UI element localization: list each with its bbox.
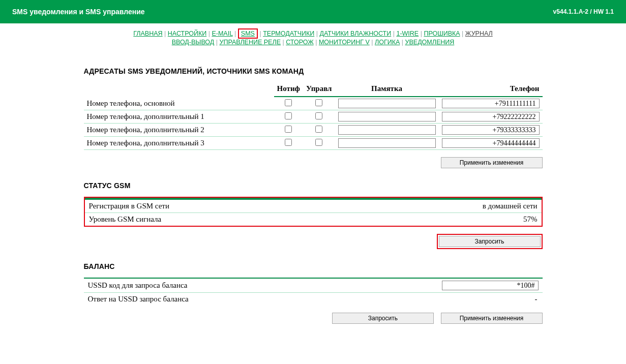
row2-manage-checkbox[interactable]: [315, 126, 322, 133]
row0-notif-checkbox[interactable]: [285, 99, 292, 106]
header-bar: SMS уведомления и SMS управление v544.1.…: [0, 0, 626, 23]
table-row: Номер телефона, дополнительный 1: [84, 110, 543, 124]
nav-1wire[interactable]: 1-WIRE: [396, 30, 419, 37]
row0-label: Номер телефона, основной: [84, 97, 274, 110]
balance-row-answer: Ответ на USSD запрос баланса -: [84, 293, 543, 306]
ussd-label: USSD код для запроса баланса: [84, 278, 438, 293]
gsm-request-button[interactable]: Запросить: [439, 236, 541, 247]
col-manage: Управл: [303, 82, 335, 97]
gsm-status-box: Регистрация в GSM сети в домашней сети У…: [84, 197, 543, 227]
row0-phone-input[interactable]: [442, 99, 540, 108]
apply-changes-button[interactable]: Применить изменения: [441, 157, 543, 168]
row1-note-input[interactable]: [338, 112, 436, 122]
balance-table: USSD код для запроса баланса Ответ на US…: [84, 278, 543, 306]
row1-notif-checkbox[interactable]: [285, 112, 292, 119]
row2-phone-input[interactable]: [442, 125, 540, 135]
row1-label: Номер телефона, дополнительный 1: [84, 110, 274, 124]
balance-heading: БАЛАНС: [84, 262, 543, 270]
table-row: Номер телефона, основной: [84, 97, 543, 110]
col-phone: Телефон: [439, 82, 543, 97]
recipients-table: Нотиф Управл Памятка Телефон Номер телеф…: [84, 82, 543, 150]
nav-watchdog[interactable]: СТОРОЖ: [286, 39, 313, 46]
balance-request-button[interactable]: Запросить: [332, 313, 434, 324]
row2-notif-checkbox[interactable]: [285, 126, 292, 133]
recipients-heading: АДРЕСАТЫ SMS УВЕДОМЛЕНИЙ, ИСТОЧНИКИ SMS …: [84, 67, 543, 75]
table-row: Номер телефона, дополнительный 2: [84, 124, 543, 137]
row3-phone-input[interactable]: [442, 138, 540, 148]
nav-relay[interactable]: УПРАВЛЕНИЕ РЕЛЕ: [219, 39, 281, 46]
nav-monitoring[interactable]: МОНИТОРИНГ V: [319, 39, 370, 46]
nav-notifications[interactable]: УВЕДОМЛЕНИЯ: [405, 39, 455, 46]
nav-settings[interactable]: НАСТРОЙКИ: [168, 30, 206, 37]
request-button-frame: Запросить: [437, 234, 543, 249]
ussd-input[interactable]: [442, 281, 539, 290]
col-note: Памятка: [335, 82, 439, 97]
nav-sms-active: SMS: [238, 28, 258, 39]
col-notif: Нотиф: [274, 82, 303, 97]
nav-main[interactable]: ГЛАВНАЯ: [133, 30, 162, 37]
ussd-answer-value: -: [438, 293, 543, 306]
main-nav: ГЛАВНАЯ | НАСТРОЙКИ | E-MAIL | SMS | ТЕР…: [0, 23, 626, 48]
row2-label: Номер телефона, дополнительный 2: [84, 124, 274, 137]
version-label: v544.1.1.A-2 / HW 1.1: [553, 8, 614, 15]
nav-firmware[interactable]: ПРОШИВКА: [424, 30, 460, 37]
nav-thermosensors[interactable]: ТЕРМОДАТЧИКИ: [263, 30, 314, 37]
gsm-signal-value: 57%: [352, 213, 542, 226]
row1-phone-input[interactable]: [442, 112, 540, 122]
nav-humidity[interactable]: ДАТЧИКИ ВЛАЖНОСТИ: [319, 30, 391, 37]
nav-email[interactable]: E-MAIL: [212, 30, 232, 37]
gsm-reg-value: в домашней сети: [352, 199, 542, 213]
page-title: SMS уведомления и SMS управление: [12, 8, 145, 16]
gsm-reg-label: Регистрация в GSM сети: [85, 199, 352, 213]
row1-manage-checkbox[interactable]: [315, 112, 322, 119]
row3-label: Номер телефона, дополнительный 3: [84, 137, 274, 150]
row0-manage-checkbox[interactable]: [315, 99, 322, 106]
balance-apply-button[interactable]: Применить изменения: [441, 313, 543, 324]
row3-note-input[interactable]: [338, 138, 436, 148]
gsm-signal-label: Уровень GSM сигнала: [85, 213, 352, 226]
gsm-row-signal: Уровень GSM сигнала 57%: [85, 213, 542, 226]
nav-logic[interactable]: ЛОГИКА: [375, 39, 400, 46]
gsm-status-heading: СТАТУС GSM: [84, 181, 543, 190]
balance-row-ussd: USSD код для запроса баланса: [84, 278, 543, 293]
nav-io[interactable]: ВВОД-ВЫВОД: [172, 39, 215, 46]
row3-notif-checkbox[interactable]: [285, 139, 292, 146]
row2-note-input[interactable]: [338, 125, 436, 135]
nav-sms[interactable]: SMS: [241, 30, 255, 37]
table-row: Номер телефона, дополнительный 3: [84, 137, 543, 150]
row0-note-input[interactable]: [338, 99, 436, 108]
row3-manage-checkbox[interactable]: [315, 139, 322, 146]
ussd-answer-label: Ответ на USSD запрос баланса: [84, 293, 438, 306]
nav-journal[interactable]: ЖУРНАЛ: [465, 30, 493, 37]
gsm-row-registration: Регистрация в GSM сети в домашней сети: [85, 199, 542, 213]
